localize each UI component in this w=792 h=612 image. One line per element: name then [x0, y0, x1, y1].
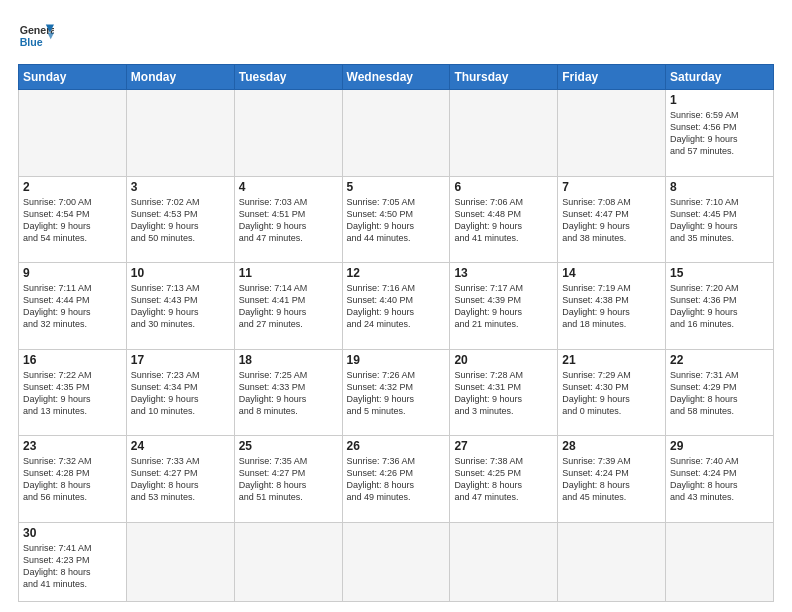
calendar-day-cell — [19, 90, 127, 177]
day-info: Sunrise: 7:26 AM Sunset: 4:32 PM Dayligh… — [347, 369, 446, 418]
calendar-day-cell — [450, 522, 558, 601]
day-info: Sunrise: 7:20 AM Sunset: 4:36 PM Dayligh… — [670, 282, 769, 331]
calendar-day-cell — [558, 522, 666, 601]
day-number: 1 — [670, 93, 769, 107]
day-number: 27 — [454, 439, 553, 453]
calendar-day-cell: 4Sunrise: 7:03 AM Sunset: 4:51 PM Daylig… — [234, 176, 342, 263]
svg-text:Blue: Blue — [20, 36, 43, 48]
day-number: 9 — [23, 266, 122, 280]
day-number: 22 — [670, 353, 769, 367]
weekday-header-tuesday: Tuesday — [234, 65, 342, 90]
day-number: 25 — [239, 439, 338, 453]
header: General Blue — [18, 18, 774, 54]
day-info: Sunrise: 7:25 AM Sunset: 4:33 PM Dayligh… — [239, 369, 338, 418]
calendar-day-cell: 17Sunrise: 7:23 AM Sunset: 4:34 PM Dayli… — [126, 349, 234, 436]
weekday-header-saturday: Saturday — [666, 65, 774, 90]
calendar-day-cell: 30Sunrise: 7:41 AM Sunset: 4:23 PM Dayli… — [19, 522, 127, 601]
calendar-day-cell: 20Sunrise: 7:28 AM Sunset: 4:31 PM Dayli… — [450, 349, 558, 436]
calendar-week-row: 9Sunrise: 7:11 AM Sunset: 4:44 PM Daylig… — [19, 263, 774, 350]
day-number: 14 — [562, 266, 661, 280]
day-info: Sunrise: 7:06 AM Sunset: 4:48 PM Dayligh… — [454, 196, 553, 245]
day-info: Sunrise: 7:10 AM Sunset: 4:45 PM Dayligh… — [670, 196, 769, 245]
calendar-day-cell — [342, 522, 450, 601]
logo: General Blue — [18, 18, 54, 54]
calendar-day-cell: 10Sunrise: 7:13 AM Sunset: 4:43 PM Dayli… — [126, 263, 234, 350]
calendar-day-cell: 26Sunrise: 7:36 AM Sunset: 4:26 PM Dayli… — [342, 436, 450, 523]
day-info: Sunrise: 7:31 AM Sunset: 4:29 PM Dayligh… — [670, 369, 769, 418]
calendar-day-cell: 19Sunrise: 7:26 AM Sunset: 4:32 PM Dayli… — [342, 349, 450, 436]
calendar-week-row: 30Sunrise: 7:41 AM Sunset: 4:23 PM Dayli… — [19, 522, 774, 601]
day-info: Sunrise: 7:05 AM Sunset: 4:50 PM Dayligh… — [347, 196, 446, 245]
calendar-day-cell — [234, 90, 342, 177]
day-info: Sunrise: 7:13 AM Sunset: 4:43 PM Dayligh… — [131, 282, 230, 331]
day-number: 29 — [670, 439, 769, 453]
day-number: 19 — [347, 353, 446, 367]
day-info: Sunrise: 7:00 AM Sunset: 4:54 PM Dayligh… — [23, 196, 122, 245]
calendar-day-cell: 5Sunrise: 7:05 AM Sunset: 4:50 PM Daylig… — [342, 176, 450, 263]
day-info: Sunrise: 7:16 AM Sunset: 4:40 PM Dayligh… — [347, 282, 446, 331]
calendar-table: SundayMondayTuesdayWednesdayThursdayFrid… — [18, 64, 774, 602]
day-number: 20 — [454, 353, 553, 367]
day-info: Sunrise: 7:17 AM Sunset: 4:39 PM Dayligh… — [454, 282, 553, 331]
day-info: Sunrise: 7:23 AM Sunset: 4:34 PM Dayligh… — [131, 369, 230, 418]
calendar-day-cell: 14Sunrise: 7:19 AM Sunset: 4:38 PM Dayli… — [558, 263, 666, 350]
day-number: 4 — [239, 180, 338, 194]
calendar-day-cell: 23Sunrise: 7:32 AM Sunset: 4:28 PM Dayli… — [19, 436, 127, 523]
weekday-header-friday: Friday — [558, 65, 666, 90]
calendar-day-cell: 13Sunrise: 7:17 AM Sunset: 4:39 PM Dayli… — [450, 263, 558, 350]
day-number: 2 — [23, 180, 122, 194]
calendar-day-cell — [342, 90, 450, 177]
calendar-day-cell: 22Sunrise: 7:31 AM Sunset: 4:29 PM Dayli… — [666, 349, 774, 436]
calendar-day-cell: 12Sunrise: 7:16 AM Sunset: 4:40 PM Dayli… — [342, 263, 450, 350]
generalblue-logo-icon: General Blue — [18, 18, 54, 54]
calendar-week-row: 23Sunrise: 7:32 AM Sunset: 4:28 PM Dayli… — [19, 436, 774, 523]
day-number: 23 — [23, 439, 122, 453]
day-info: Sunrise: 7:33 AM Sunset: 4:27 PM Dayligh… — [131, 455, 230, 504]
day-info: Sunrise: 7:22 AM Sunset: 4:35 PM Dayligh… — [23, 369, 122, 418]
day-info: Sunrise: 7:29 AM Sunset: 4:30 PM Dayligh… — [562, 369, 661, 418]
weekday-header-monday: Monday — [126, 65, 234, 90]
day-number: 7 — [562, 180, 661, 194]
day-info: Sunrise: 7:03 AM Sunset: 4:51 PM Dayligh… — [239, 196, 338, 245]
day-number: 30 — [23, 526, 122, 540]
day-number: 15 — [670, 266, 769, 280]
day-number: 13 — [454, 266, 553, 280]
day-number: 16 — [23, 353, 122, 367]
calendar-day-cell: 6Sunrise: 7:06 AM Sunset: 4:48 PM Daylig… — [450, 176, 558, 263]
calendar-day-cell: 1Sunrise: 6:59 AM Sunset: 4:56 PM Daylig… — [666, 90, 774, 177]
day-info: Sunrise: 7:14 AM Sunset: 4:41 PM Dayligh… — [239, 282, 338, 331]
day-info: Sunrise: 7:40 AM Sunset: 4:24 PM Dayligh… — [670, 455, 769, 504]
day-number: 21 — [562, 353, 661, 367]
day-number: 18 — [239, 353, 338, 367]
day-number: 11 — [239, 266, 338, 280]
day-info: Sunrise: 7:19 AM Sunset: 4:38 PM Dayligh… — [562, 282, 661, 331]
day-number: 28 — [562, 439, 661, 453]
day-number: 8 — [670, 180, 769, 194]
calendar-day-cell: 11Sunrise: 7:14 AM Sunset: 4:41 PM Dayli… — [234, 263, 342, 350]
calendar-day-cell: 27Sunrise: 7:38 AM Sunset: 4:25 PM Dayli… — [450, 436, 558, 523]
calendar-day-cell: 25Sunrise: 7:35 AM Sunset: 4:27 PM Dayli… — [234, 436, 342, 523]
day-number: 24 — [131, 439, 230, 453]
day-info: Sunrise: 7:41 AM Sunset: 4:23 PM Dayligh… — [23, 542, 122, 591]
day-number: 5 — [347, 180, 446, 194]
calendar-day-cell — [126, 522, 234, 601]
calendar-day-cell — [450, 90, 558, 177]
day-number: 17 — [131, 353, 230, 367]
day-info: Sunrise: 7:02 AM Sunset: 4:53 PM Dayligh… — [131, 196, 230, 245]
calendar-day-cell: 8Sunrise: 7:10 AM Sunset: 4:45 PM Daylig… — [666, 176, 774, 263]
calendar-week-row: 16Sunrise: 7:22 AM Sunset: 4:35 PM Dayli… — [19, 349, 774, 436]
day-number: 3 — [131, 180, 230, 194]
day-number: 12 — [347, 266, 446, 280]
weekday-header-thursday: Thursday — [450, 65, 558, 90]
day-info: Sunrise: 7:39 AM Sunset: 4:24 PM Dayligh… — [562, 455, 661, 504]
calendar-page: General Blue SundayMondayTuesdayWednesda… — [0, 0, 792, 612]
day-info: Sunrise: 7:28 AM Sunset: 4:31 PM Dayligh… — [454, 369, 553, 418]
day-number: 26 — [347, 439, 446, 453]
day-info: Sunrise: 7:36 AM Sunset: 4:26 PM Dayligh… — [347, 455, 446, 504]
calendar-day-cell: 2Sunrise: 7:00 AM Sunset: 4:54 PM Daylig… — [19, 176, 127, 263]
calendar-day-cell: 21Sunrise: 7:29 AM Sunset: 4:30 PM Dayli… — [558, 349, 666, 436]
calendar-day-cell: 24Sunrise: 7:33 AM Sunset: 4:27 PM Dayli… — [126, 436, 234, 523]
day-info: Sunrise: 7:35 AM Sunset: 4:27 PM Dayligh… — [239, 455, 338, 504]
calendar-week-row: 2Sunrise: 7:00 AM Sunset: 4:54 PM Daylig… — [19, 176, 774, 263]
calendar-day-cell: 3Sunrise: 7:02 AM Sunset: 4:53 PM Daylig… — [126, 176, 234, 263]
